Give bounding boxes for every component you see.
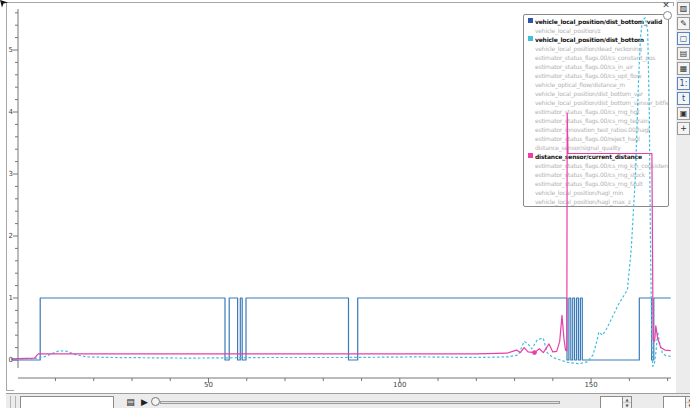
legend-item[interactable]: vehicle_optical_flow/distance_m	[527, 80, 668, 89]
x-tick-label: 100	[387, 381, 413, 389]
edit-tool-icon[interactable]: ✎	[677, 17, 690, 30]
legend-item[interactable]: vehicle_local_position/hagl_max_z	[527, 197, 668, 206]
legend-item[interactable]: estimator_status_flags.00/cs_in_air	[527, 62, 668, 71]
legend-item[interactable]: vehicle_local_position/dist_bottom_senso…	[527, 98, 668, 107]
legend-item[interactable]: vehicle_local_position/dead_reckoning	[527, 44, 668, 53]
legend-item-label: vehicle_local_position/dist_bottom_var	[535, 90, 643, 97]
y-tick-label: 5	[0, 46, 13, 54]
spinbox-2-steppers[interactable]: ▲▼	[685, 397, 690, 408]
legend-item-label: estimator_status_flags.00/cs_rng_hgt	[535, 108, 639, 115]
play-icon[interactable]: ▶	[138, 396, 151, 408]
legend-item-label: estimator_innovation_test_ratios.00/hagl	[535, 126, 650, 133]
legend-item-label: estimator_status_flags.00/cs_opt_flow	[535, 72, 641, 79]
legend-item[interactable]: vehicle_local_position/z	[527, 26, 668, 35]
y-tick-label: 2	[0, 232, 13, 240]
legend-item-label: estimator_status_flags.00/cs_rng_terrain	[535, 117, 649, 124]
legend-item-label: estimator_status_flags.00/reject_hagl	[535, 135, 640, 142]
legend-item[interactable]: estimator_status_flags.00/cs_constant_po…	[527, 53, 668, 62]
legend-color-chip	[528, 153, 533, 158]
legend-item-label: estimator_status_flags.00/cs_constant_po…	[535, 54, 655, 61]
legend-item[interactable]: vehicle_local_position/hagl_min	[527, 188, 668, 197]
legend-item[interactable]: estimator_status_flags.00/cs_rng_fault	[527, 179, 668, 188]
legend-item-label: estimator_status_flags.00/cs_rng_fault	[535, 180, 643, 187]
cursor-artifact	[0, 0, 9, 8]
screen-icon[interactable]: ▣	[677, 107, 690, 120]
spinbox-2[interactable]: ▲▼	[663, 396, 690, 408]
legend-item-label: vehicle_local_position/dead_reckoning	[535, 45, 642, 52]
legend-item[interactable]: estimator_status_flags.00/reject_hagl	[527, 134, 668, 143]
legend-item-label: vehicle_local_position/hagl_min	[535, 189, 623, 196]
legend-item-label: estimator_status_flags.00/cs_rng_stuck	[535, 171, 645, 178]
legend-item-label: vehicle_local_position/dist_bottom_senso…	[535, 99, 668, 106]
toolbar-grip[interactable]	[10, 396, 16, 408]
legend-color-chip	[528, 18, 533, 23]
legend-item[interactable]: estimator_status_flags.00/cs_opt_flow	[527, 71, 668, 80]
legend-item[interactable]: estimator_status_flags.00/cs_rng_hgt	[527, 107, 668, 116]
y-tick-label: 4	[0, 108, 13, 116]
spinbox-1[interactable]: ▲▼	[600, 396, 632, 408]
top-partial-tool-icon[interactable]: ▨	[677, 2, 690, 15]
bottom-bar: ▤ ▶ ▲▼ ▲▼	[6, 393, 690, 408]
legend-item[interactable]: distance_sensor/current_distance	[527, 152, 668, 161]
flight-log-plotter-window: vehicle_local_position/dist_bottom_valid…	[0, 0, 690, 408]
legend-item[interactable]: vehicle_local_position/dist_bottom_var	[527, 89, 668, 98]
y-tick-label: 0	[0, 356, 13, 364]
legend-item[interactable]: vehicle_local_position/dist_bottom_valid	[527, 17, 668, 26]
time-slider-track[interactable]	[160, 401, 560, 404]
legend-item-label: vehicle_local_position/dist_bottom	[535, 36, 644, 43]
legend-item-label: estimator_status_flags.00/cs_rng_kin_con…	[535, 162, 668, 169]
page-icon[interactable]: ▤	[124, 396, 137, 408]
new-plot-icon[interactable]: ▢	[677, 32, 690, 45]
right-toolbar: ▨✎▢▤▦1:t▣+	[676, 0, 690, 394]
legend-item-label: vehicle_local_position/hagl_max_z	[535, 198, 631, 205]
legend-item[interactable]: estimator_status_flags.00/cs_rng_terrain	[527, 116, 668, 125]
legend-item-label: distance_sensor/current_distance	[535, 153, 642, 160]
spinbox-1-steppers[interactable]: ▲▼	[622, 397, 631, 408]
y-tick-label: 1	[0, 294, 13, 302]
time-scale-icon[interactable]: t	[677, 92, 690, 105]
scale-one-to-one-icon[interactable]: 1:	[677, 77, 690, 90]
legend-item-label: vehicle_local_position/z	[535, 27, 601, 34]
legend-handle[interactable]	[663, 11, 672, 20]
legend-item-label: estimator_status_flags.00/cs_in_air	[535, 63, 633, 70]
legend-item[interactable]: vehicle_local_position/dist_bottom	[527, 35, 668, 44]
pan-tool-icon[interactable]: +	[677, 122, 690, 135]
legend-list: vehicle_local_position/dist_bottom_valid…	[524, 17, 668, 206]
time-field[interactable]	[20, 396, 114, 408]
y-tick-label: 3	[0, 170, 13, 178]
fields-list-icon[interactable]: ▤	[677, 47, 690, 60]
time-slider-handle[interactable]	[151, 397, 160, 406]
legend-item[interactable]: distance_sensor/signal_quality	[527, 143, 668, 152]
legend-item-label: vehicle_local_position/dist_bottom_valid	[535, 18, 662, 25]
legend-item-label: distance_sensor/signal_quality	[535, 144, 621, 151]
legend-color-chip	[528, 36, 533, 41]
legend-item-label: vehicle_optical_flow/distance_m	[535, 81, 625, 88]
x-tick-label: 150	[578, 381, 604, 389]
legend-item[interactable]: estimator_status_flags.00/cs_rng_stuck	[527, 170, 668, 179]
legend-box[interactable]: vehicle_local_position/dist_bottom_valid…	[523, 14, 669, 207]
grid-icon[interactable]: ▦	[677, 62, 690, 75]
legend-item[interactable]: estimator_innovation_test_ratios.00/hagl	[527, 125, 668, 134]
legend-item[interactable]: estimator_status_flags.00/cs_rng_kin_con…	[527, 161, 668, 170]
close-icon[interactable]: ✕	[660, 0, 672, 11]
x-tick-label: 50	[196, 381, 222, 389]
